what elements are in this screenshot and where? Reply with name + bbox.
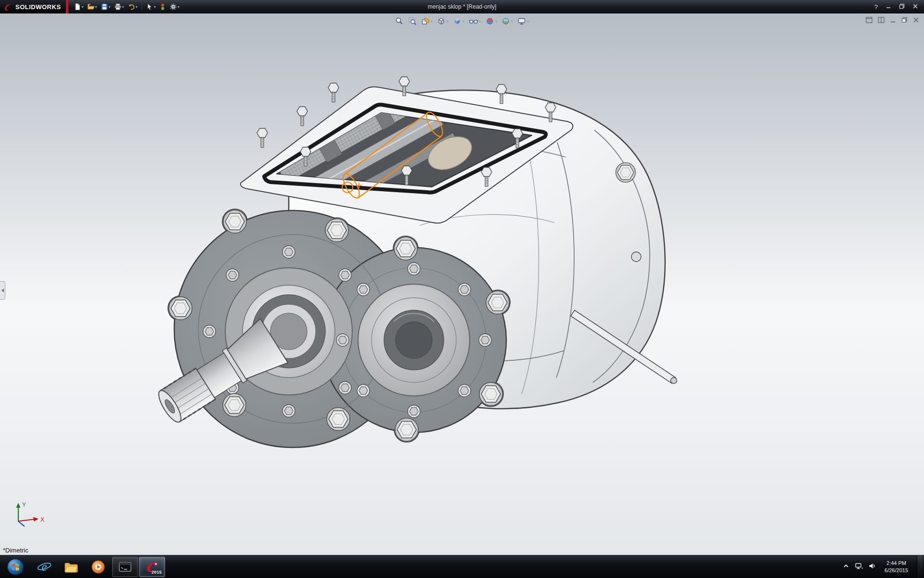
- dropdown-arrow[interactable]: ▾: [479, 19, 481, 24]
- show-desktop-button[interactable]: [917, 555, 923, 578]
- dropdown-arrow[interactable]: ▾: [95, 5, 97, 9]
- title-bar: SOLIDWORKS ▾ ▾: [0, 0, 924, 13]
- view-orientation-button[interactable]: ▾: [436, 16, 449, 26]
- print-button[interactable]: ▾: [113, 1, 126, 13]
- toolbar-separator: [141, 3, 142, 11]
- dropdown-arrow[interactable]: ▾: [495, 19, 497, 24]
- taskbar-windows-explorer[interactable]: [58, 557, 84, 577]
- app-logo: SOLIDWORKS: [0, 0, 66, 13]
- heads-up-toolbar: ▾ ▾ ▾: [394, 16, 530, 26]
- undo-button[interactable]: ▾: [126, 1, 139, 13]
- taskbar-solidworks[interactable]: 2015: [139, 557, 165, 577]
- view-orientation-cube-icon: [437, 17, 446, 26]
- window-controls: ?: [874, 3, 924, 11]
- graphics-area[interactable]: ▾ ▾ ▾: [0, 13, 924, 555]
- app-window-icon: [118, 560, 132, 574]
- x-axis-arrow: [33, 517, 38, 522]
- app-logo-text: SOLIDWORKS: [15, 3, 61, 11]
- solidworks-window: SOLIDWORKS ▾ ▾: [0, 0, 924, 578]
- window-title: menjac sklop * [Read-only]: [428, 3, 497, 10]
- display-style-button[interactable]: ▾: [452, 16, 465, 26]
- zoom-to-fit-button[interactable]: [394, 16, 405, 26]
- windows-start-orb-icon: [6, 558, 25, 576]
- clock-date: 6/26/2015: [885, 567, 908, 574]
- edit-appearance-button[interactable]: ▾: [485, 16, 498, 26]
- zoom-to-fit-icon: [395, 17, 404, 26]
- solidworks-logo-icon: [4, 2, 13, 11]
- clock-time: 2:44 PM: [885, 560, 908, 567]
- help-button[interactable]: ?: [874, 3, 878, 11]
- dropdown-arrow[interactable]: ▾: [82, 5, 84, 9]
- housing-boss[interactable]: [631, 252, 641, 262]
- doc-restore-button[interactable]: [901, 16, 908, 25]
- dropdown-arrow[interactable]: ▾: [447, 19, 449, 24]
- new-document-icon: [74, 3, 81, 11]
- minimize-button[interactable]: [886, 3, 891, 11]
- gearbox-assembly-model[interactable]: [0, 13, 924, 555]
- new-button[interactable]: ▾: [72, 1, 85, 13]
- taskbar-internet-explorer[interactable]: e: [31, 557, 57, 577]
- taskbar-clock[interactable]: 2:44 PM 6/26/2015: [881, 560, 912, 574]
- open-button[interactable]: ▾: [86, 1, 99, 13]
- view-settings-button[interactable]: ▾: [516, 16, 530, 26]
- reference-triad: Y X: [10, 500, 50, 532]
- save-button[interactable]: ▾: [99, 1, 112, 13]
- z-axis-arrow: [18, 521, 25, 526]
- logo-accent-bar: [66, 0, 68, 13]
- split-pane-icon[interactable]: [878, 16, 885, 25]
- apply-scene-button[interactable]: ▾: [500, 16, 514, 26]
- dropdown-arrow[interactable]: ▾: [178, 5, 180, 9]
- doc-close-button[interactable]: [913, 16, 919, 25]
- display-style-cube-icon: [453, 17, 462, 26]
- zoom-to-area-button[interactable]: [407, 16, 418, 26]
- internet-explorer-icon: e: [37, 559, 52, 575]
- dropdown-arrow[interactable]: ▾: [136, 5, 138, 9]
- dropdown-arrow[interactable]: ▾: [122, 5, 124, 9]
- folder-icon: [64, 559, 79, 575]
- volume-icon[interactable]: [868, 562, 876, 572]
- rebuild-button[interactable]: [158, 1, 167, 13]
- dropdown-arrow[interactable]: ▾: [511, 19, 513, 24]
- zoom-to-area-icon: [408, 17, 417, 26]
- new-window-icon[interactable]: [866, 16, 873, 25]
- undo-arrow-icon: [128, 3, 135, 11]
- chevron-left-icon: [1, 289, 4, 292]
- tray-expand-icon[interactable]: [842, 562, 850, 572]
- save-floppy-icon: [101, 3, 108, 11]
- dropdown-arrow[interactable]: ▾: [431, 19, 433, 24]
- y-axis-label: Y: [22, 501, 26, 508]
- start-button[interactable]: [0, 557, 30, 577]
- hide-show-glasses-icon: [469, 17, 478, 26]
- select-button[interactable]: ▾: [144, 1, 157, 13]
- restore-button[interactable]: [899, 3, 905, 11]
- options-button[interactable]: ▾: [168, 1, 181, 13]
- taskbar-media-player[interactable]: [85, 557, 111, 577]
- dropdown-arrow[interactable]: ▾: [527, 19, 529, 24]
- doc-minimize-button[interactable]: [890, 16, 896, 25]
- bearing-hub[interactable]: [203, 246, 374, 417]
- dropdown-arrow[interactable]: ▾: [462, 19, 464, 24]
- options-gear-icon: [169, 3, 177, 11]
- section-view-icon: [421, 17, 430, 26]
- x-axis-label: X: [40, 516, 44, 523]
- select-cursor-icon: [146, 3, 154, 11]
- section-view-button[interactable]: ▾: [420, 16, 434, 26]
- y-axis-arrow: [16, 503, 21, 508]
- drain-plug[interactable]: [616, 163, 636, 183]
- print-icon: [114, 3, 122, 11]
- taskbar-app-window[interactable]: [112, 557, 138, 577]
- close-button[interactable]: [912, 3, 918, 11]
- side-bearing-cover[interactable]: [336, 263, 491, 418]
- hide-show-items-button[interactable]: ▾: [468, 16, 482, 26]
- apply-scene-icon: [501, 17, 510, 26]
- document-window-controls: [866, 16, 919, 25]
- featuremanager-collapsed-tab[interactable]: [0, 281, 5, 300]
- taskbar: e: [0, 555, 924, 578]
- view-settings-icon: [517, 17, 526, 26]
- dropdown-arrow[interactable]: ▾: [109, 5, 111, 9]
- menu-toolbar: ▾ ▾ ▾: [72, 1, 181, 13]
- dropdown-arrow[interactable]: ▾: [154, 5, 156, 9]
- view-orientation-label: *Dimetric: [3, 547, 28, 554]
- model-canvas[interactable]: [0, 13, 924, 555]
- network-icon[interactable]: [855, 562, 863, 572]
